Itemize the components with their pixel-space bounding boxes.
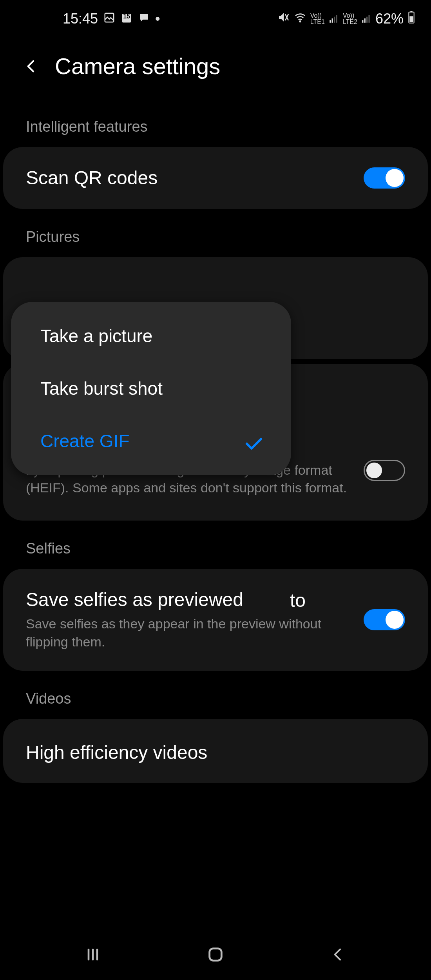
popup-item-label: Take a picture [40,325,152,347]
scan-qr-toggle[interactable] [364,167,405,189]
check-icon [244,434,264,448]
mute-vibrate-icon [277,11,290,27]
card-intelligent: Scan QR codes [3,147,428,209]
popup-item-label: Create GIF [40,430,130,452]
hidden-setting-peek: to [290,590,306,611]
section-videos-label: Videos [0,671,431,719]
svg-rect-14 [410,11,412,12]
svg-point-4 [299,21,301,22]
picture-icon [103,11,115,27]
message-icon [138,11,150,27]
svg-rect-15 [409,16,413,22]
lte1-icon: Vo))LTE1 [310,13,325,25]
card-selfies: Save selfies as previewed Save selfies a… [3,569,428,670]
heif-videos-title[interactable]: High efficiency videos [3,719,428,771]
battery-icon [407,11,415,27]
status-time: 15:45 [63,11,98,27]
nav-back[interactable] [326,943,350,966]
card-videos: High efficiency videos [3,719,428,783]
popup-menu: Take a picture Take burst shot Create GI… [11,302,291,475]
dot-icon: • [155,11,160,27]
save-selfies-title: Save selfies as previewed [26,588,356,611]
svg-rect-9 [362,20,363,23]
svg-rect-7 [334,16,335,22]
lte2-icon: Vo))LTE2 [343,13,357,25]
scan-qr-title: Scan QR codes [26,167,356,189]
svg-rect-19 [210,949,222,961]
svg-rect-10 [364,18,366,23]
save-selfies-toggle[interactable] [364,609,405,630]
setting-scan-qr[interactable]: Scan QR codes [3,147,428,209]
wifi-icon [294,11,306,27]
calendar-icon: 15 [121,11,132,27]
calendar-date: 15 [121,13,132,20]
nav-bar [0,929,431,980]
section-intelligent-label: Intelligent features [0,99,431,147]
nav-home[interactable] [204,943,227,966]
signal2-icon [361,11,371,27]
section-pictures-label: Pictures [0,209,431,257]
nav-recent[interactable] [81,943,105,966]
svg-rect-6 [331,18,333,23]
popup-item-label: Take burst shot [40,378,163,399]
setting-save-selfies[interactable]: Save selfies as previewed Save selfies a… [3,569,428,670]
popup-item-take-picture[interactable]: Take a picture [11,310,291,362]
header: Camera settings [0,37,431,99]
signal1-icon [329,11,339,27]
back-icon[interactable] [24,58,39,74]
battery-percent: 62% [375,11,404,27]
page-title: Camera settings [55,53,220,79]
heif-toggle[interactable] [364,460,405,481]
svg-rect-5 [330,20,331,23]
svg-rect-12 [368,15,369,23]
section-selfies-label: Selfies [0,521,431,569]
save-selfies-desc: Save selfies as they appear in the previ… [26,615,356,651]
status-left: 15:45 15 • [63,11,160,27]
svg-rect-8 [336,15,337,23]
svg-rect-11 [366,16,368,22]
status-bar: 15:45 15 • Vo))LTE1 Vo))LTE2 62% [0,0,431,37]
status-right: Vo))LTE1 Vo))LTE2 62% [277,11,415,27]
popup-item-create-gif[interactable]: Create GIF [11,415,291,467]
popup-item-burst-shot[interactable]: Take burst shot [11,362,291,415]
